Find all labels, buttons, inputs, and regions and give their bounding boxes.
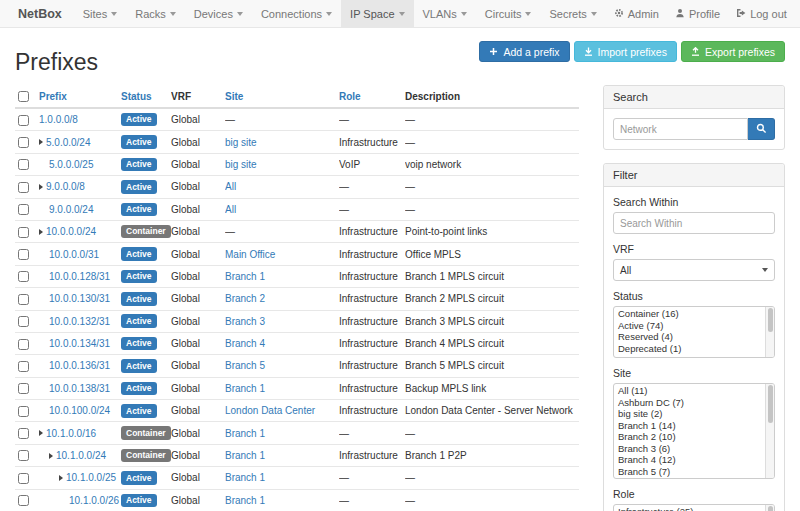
vrf-select[interactable]: All: [613, 259, 775, 281]
row-checkbox[interactable]: [18, 182, 29, 193]
nav-item-connections[interactable]: Connections: [252, 0, 341, 27]
column-header-prefix[interactable]: Prefix: [39, 91, 67, 102]
nav-item-sites[interactable]: Sites: [74, 0, 126, 27]
row-checkbox[interactable]: [18, 339, 29, 350]
role-listbox[interactable]: Infrastructure (25)Management (8)Private…: [613, 504, 775, 511]
row-checkbox[interactable]: [18, 495, 29, 506]
site-scrollbar[interactable]: [765, 384, 774, 478]
row-checkbox[interactable]: [18, 159, 29, 170]
site-link[interactable]: Branch 1: [225, 472, 265, 483]
role-scrollbar[interactable]: [765, 505, 774, 511]
prefix-link[interactable]: 10.1.0.0/25: [66, 472, 116, 483]
filter-option[interactable]: big site (2): [614, 408, 774, 420]
site-link[interactable]: big site: [225, 137, 257, 148]
scrollbar-thumb[interactable]: [768, 385, 773, 423]
filter-option[interactable]: Reserved (4): [614, 331, 774, 343]
site-link[interactable]: Branch 1: [225, 383, 265, 394]
admin-link[interactable]: Admin: [606, 0, 667, 27]
prefix-link[interactable]: 10.1.0.0/16: [46, 428, 96, 439]
row-checkbox[interactable]: [18, 271, 29, 282]
site-link[interactable]: Branch 3: [225, 316, 265, 327]
filter-option[interactable]: Branch 2 (10): [614, 431, 774, 443]
site-link[interactable]: London Data Center: [225, 405, 315, 416]
prefix-link[interactable]: 10.0.0.0/24: [46, 226, 96, 237]
row-checkbox[interactable]: [18, 249, 29, 260]
filter-option[interactable]: Container (16): [614, 308, 774, 320]
search-button[interactable]: [748, 118, 775, 140]
column-header-site[interactable]: Site: [225, 91, 243, 102]
row-checkbox[interactable]: [18, 473, 29, 484]
status-scrollbar[interactable]: [765, 307, 774, 357]
row-checkbox[interactable]: [18, 294, 29, 305]
search-input[interactable]: [613, 118, 748, 140]
site-link[interactable]: Main Office: [225, 249, 275, 260]
filter-option[interactable]: Branch 1 (14): [614, 420, 774, 432]
scrollbar-thumb[interactable]: [768, 308, 773, 332]
site-link[interactable]: All: [225, 181, 236, 192]
prefix-link[interactable]: 10.0.0.130/31: [49, 293, 110, 304]
profile-link[interactable]: Profile: [667, 0, 728, 27]
row-checkbox[interactable]: [18, 115, 29, 126]
nav-item-circuits[interactable]: Circuits: [476, 0, 541, 27]
row-checkbox[interactable]: [18, 450, 29, 461]
filter-option[interactable]: Branch 4 (12): [614, 454, 774, 466]
logout-link[interactable]: Log out: [728, 0, 795, 27]
site-link[interactable]: Branch 1: [225, 428, 265, 439]
filter-option[interactable]: Branch 5 (7): [614, 466, 774, 478]
filter-option[interactable]: Branch 3 (6): [614, 443, 774, 455]
status-listbox[interactable]: Container (16)Active (74)Reserved (4)Dep…: [613, 306, 775, 358]
row-checkbox[interactable]: [18, 227, 29, 238]
scrollbar-thumb[interactable]: [768, 506, 773, 511]
site-link[interactable]: Branch 1: [225, 450, 265, 461]
filter-option[interactable]: Active (74): [614, 320, 774, 332]
prefix-link[interactable]: 10.0.0.136/31: [49, 360, 110, 371]
prefix-link[interactable]: 10.0.0.132/31: [49, 316, 110, 327]
search-within-input[interactable]: [613, 212, 775, 234]
row-checkbox[interactable]: [18, 204, 29, 215]
add-prefix-button[interactable]: Add a prefix: [479, 41, 569, 62]
row-checkbox[interactable]: [18, 428, 29, 439]
site-link[interactable]: Branch 2: [225, 293, 265, 304]
nav-item-ip-space[interactable]: IP Space: [341, 0, 413, 27]
prefix-link[interactable]: 10.0.0.128/31: [49, 271, 110, 282]
site-link[interactable]: big site: [225, 159, 257, 170]
prefix-link[interactable]: 10.0.0.138/31: [49, 383, 110, 394]
site-link[interactable]: Branch 5: [225, 360, 265, 371]
site-link[interactable]: Branch 1: [225, 495, 265, 506]
prefix-link[interactable]: 10.0.0.134/31: [49, 338, 110, 349]
prefix-link[interactable]: 10.0.100.0/24: [49, 405, 110, 416]
site-link[interactable]: Branch 4: [225, 338, 265, 349]
row-checkbox[interactable]: [18, 137, 29, 148]
nav-item-vlans[interactable]: VLANs: [414, 0, 476, 27]
filter-option[interactable]: COLO 1-24 (4): [614, 477, 774, 479]
nav-item-racks[interactable]: Racks: [126, 0, 185, 27]
column-header-status[interactable]: Status: [121, 91, 152, 102]
filter-option[interactable]: Ashburn DC (7): [614, 397, 774, 409]
site-link[interactable]: All: [225, 204, 236, 215]
prefix-link[interactable]: 9.0.0.0/24: [49, 204, 93, 215]
prefix-link[interactable]: 9.0.0.0/8: [46, 181, 85, 192]
select-all-checkbox[interactable]: [18, 91, 29, 102]
prefix-link[interactable]: 1.0.0.0/8: [39, 114, 78, 125]
row-checkbox[interactable]: [18, 361, 29, 372]
prefix-link[interactable]: 5.0.0.0/24: [46, 137, 90, 148]
site-listbox[interactable]: All (11)Ashburn DC (7)big site (2)Branch…: [613, 383, 775, 479]
nav-item-devices[interactable]: Devices: [185, 0, 252, 27]
row-checkbox[interactable]: [18, 406, 29, 417]
filter-option[interactable]: Deprecated (1): [614, 343, 774, 355]
export-prefixes-button[interactable]: Export prefixes: [681, 41, 785, 62]
nav-item-secrets[interactable]: Secrets: [540, 0, 605, 27]
column-header-role[interactable]: Role: [339, 91, 361, 102]
row-checkbox[interactable]: [18, 383, 29, 394]
import-prefixes-button[interactable]: Import prefixes: [574, 41, 677, 62]
prefix-link[interactable]: 10.1.0.0/24: [56, 450, 106, 461]
filter-option[interactable]: All (11): [614, 385, 774, 397]
description-cell: —: [405, 137, 579, 148]
netbox-brand[interactable]: NetBox: [6, 0, 74, 27]
filter-option[interactable]: Infrastructure (25): [614, 506, 774, 511]
prefix-link[interactable]: 10.0.0.0/31: [49, 249, 99, 260]
site-link[interactable]: Branch 1: [225, 271, 265, 282]
prefix-link[interactable]: 5.0.0.0/25: [49, 159, 93, 170]
row-checkbox[interactable]: [18, 316, 29, 327]
prefix-link[interactable]: 10.1.0.0/26: [69, 495, 119, 506]
